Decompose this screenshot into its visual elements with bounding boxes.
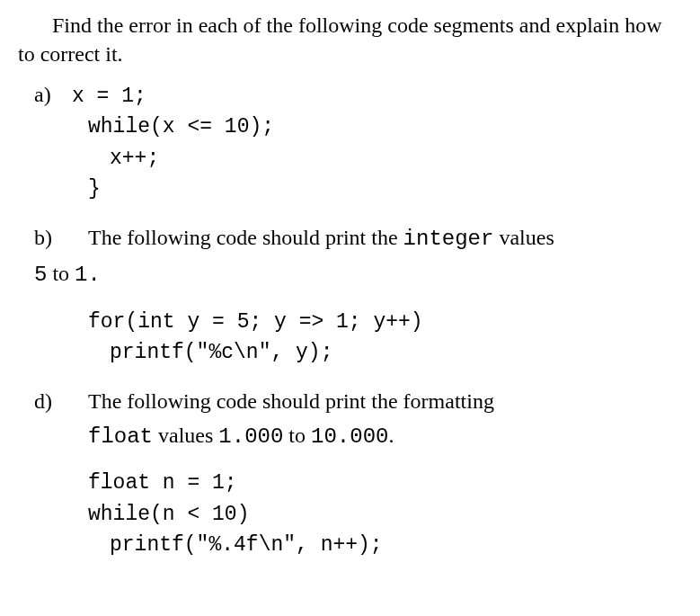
part-b-sub-mid: to	[47, 262, 75, 285]
code-b-line2: printf("%c\n", y);	[18, 337, 682, 369]
part-a-label: a)	[18, 80, 72, 109]
code-a-line1: x = 1;	[72, 85, 146, 108]
part-d-sub-end: .	[388, 424, 394, 447]
part-b-subline: 5 to 1.	[18, 259, 682, 290]
part-d-subline: float values 1.000 to 10.000.	[18, 421, 682, 451]
part-d-sub-mid1: values	[153, 424, 218, 447]
part-d: d) The following code should print the f…	[18, 387, 682, 561]
code-d-line1: float n = 1;	[18, 468, 682, 499]
code-a-line4: }	[18, 174, 682, 205]
part-b-sub-post: 1.	[75, 263, 101, 287]
part-d-label: d)	[18, 387, 88, 415]
code-d-line2: while(n < 10)	[18, 499, 682, 531]
part-d-desc: The following code should print the form…	[88, 387, 682, 415]
part-b-desc-pre: The following code should print the	[88, 226, 403, 249]
part-b-desc: The following code should print the inte…	[88, 223, 682, 254]
part-b-sub-pre: 5	[34, 263, 47, 287]
part-d-sub-code3: 10.000	[311, 424, 388, 449]
part-b-desc-code: integer	[403, 227, 494, 251]
intro-text: Find the error in each of the following …	[18, 11, 682, 69]
part-a: a)x = 1; while(x <= 10); x++; }	[18, 80, 682, 205]
part-b: b) The following code should print the i…	[18, 223, 682, 369]
code-b-line1: for(int y = 5; y => 1; y++)	[18, 307, 682, 338]
code-a-line3: x++;	[18, 143, 682, 174]
part-d-sub-code1: float	[88, 424, 153, 449]
part-b-desc-post: values	[493, 226, 554, 249]
code-a-line2: while(x <= 10);	[18, 112, 682, 143]
code-d-line3: printf("%.4f\n", n++);	[18, 530, 682, 561]
part-d-sub-code2: 1.000	[218, 424, 283, 449]
part-b-label: b)	[18, 223, 88, 254]
part-d-sub-mid2: to	[283, 424, 311, 447]
